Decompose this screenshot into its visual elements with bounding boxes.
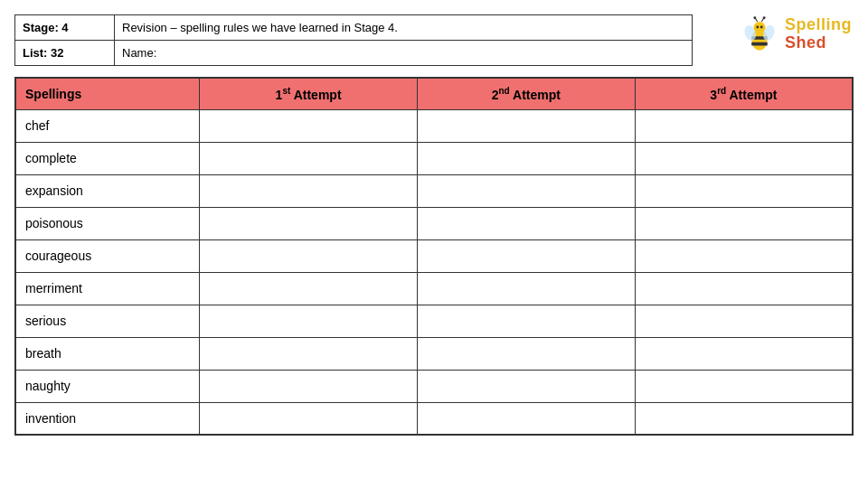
word-cell: expansion xyxy=(15,174,200,207)
name-label: Name: xyxy=(115,41,692,65)
attempt-2-cell[interactable] xyxy=(417,305,635,337)
attempt-3-cell[interactable] xyxy=(635,239,853,272)
attempt-3-cell[interactable] xyxy=(635,207,853,239)
col-header-attempt2: 2nd Attempt xyxy=(417,78,635,109)
word-cell: invention xyxy=(15,402,200,435)
attempt-1-cell[interactable] xyxy=(200,142,418,174)
attempt-2-cell[interactable] xyxy=(417,174,635,207)
word-cell: naughty xyxy=(15,370,200,402)
word-cell: serious xyxy=(15,305,200,337)
spelling-table: Spellings 1st Attempt 2nd Attempt 3rd At… xyxy=(14,77,854,436)
attempt-3-cell[interactable] xyxy=(635,109,853,142)
logo-shed: Shed xyxy=(785,34,852,52)
svg-point-9 xyxy=(763,16,766,19)
header-info: Stage: 4 Revision – spelling rules we ha… xyxy=(14,14,693,66)
table-row: complete xyxy=(15,142,853,174)
table-row: invention xyxy=(15,402,853,435)
svg-point-7 xyxy=(753,16,756,19)
word-cell: chef xyxy=(15,109,200,142)
attempt-3-cell[interactable] xyxy=(635,142,853,174)
table-header-row: Spellings 1st Attempt 2nd Attempt 3rd At… xyxy=(15,78,853,109)
attempt-1-cell[interactable] xyxy=(200,370,418,402)
word-cell: merriment xyxy=(15,272,200,305)
attempt-1-cell[interactable] xyxy=(200,109,418,142)
revision-text: Revision – spelling rules we have learne… xyxy=(115,15,692,40)
header-area: Stage: 4 Revision – spelling rules we ha… xyxy=(14,14,854,66)
attempt-3-cell[interactable] xyxy=(635,272,853,305)
attempt-3-cell[interactable] xyxy=(635,337,853,370)
attempt-1-cell[interactable] xyxy=(200,337,418,370)
word-cell: courageous xyxy=(15,239,200,272)
attempt-3-cell[interactable] xyxy=(635,370,853,402)
svg-point-4 xyxy=(756,25,759,28)
attempt-1-cell[interactable] xyxy=(200,207,418,239)
col-header-spellings: Spellings xyxy=(15,78,200,109)
attempt-2-cell[interactable] xyxy=(417,109,635,142)
svg-point-5 xyxy=(760,25,763,28)
col-header-attempt1: 1st Attempt xyxy=(200,78,418,109)
col-header-attempt3: 3rd Attempt xyxy=(635,78,853,109)
attempt-3-cell[interactable] xyxy=(635,174,853,207)
attempt-2-cell[interactable] xyxy=(417,337,635,370)
logo-text: Spelling Shed xyxy=(785,16,852,52)
word-cell: complete xyxy=(15,142,200,174)
table-row: expansion xyxy=(15,174,853,207)
attempt-2-cell[interactable] xyxy=(417,370,635,402)
attempt-2-cell[interactable] xyxy=(417,239,635,272)
bee-icon xyxy=(740,14,779,54)
page-wrapper: Stage: 4 Revision – spelling rules we ha… xyxy=(14,14,854,436)
table-row: naughty xyxy=(15,370,853,402)
logo-container: Spelling Shed xyxy=(740,14,852,54)
table-row: serious xyxy=(15,305,853,337)
table-row: merriment xyxy=(15,272,853,305)
logo-area: Spelling Shed xyxy=(727,14,854,54)
list-label: List: 32 xyxy=(15,41,115,65)
attempt-1-cell[interactable] xyxy=(200,272,418,305)
table-row: poisonous xyxy=(15,207,853,239)
attempt-2-cell[interactable] xyxy=(417,402,635,435)
stage-label: Stage: 4 xyxy=(15,15,115,40)
word-cell: poisonous xyxy=(15,207,200,239)
header-row-list: List: 32 Name: xyxy=(15,41,692,65)
attempt-2-cell[interactable] xyxy=(417,207,635,239)
word-cell: breath xyxy=(15,337,200,370)
attempt-1-cell[interactable] xyxy=(200,305,418,337)
svg-rect-2 xyxy=(751,42,768,46)
attempt-3-cell[interactable] xyxy=(635,305,853,337)
table-row: courageous xyxy=(15,239,853,272)
attempt-1-cell[interactable] xyxy=(200,239,418,272)
attempt-2-cell[interactable] xyxy=(417,142,635,174)
attempt-3-cell[interactable] xyxy=(635,402,853,435)
logo-spelling: Spelling xyxy=(785,16,852,34)
attempt-2-cell[interactable] xyxy=(417,272,635,305)
table-row: breath xyxy=(15,337,853,370)
attempt-1-cell[interactable] xyxy=(200,174,418,207)
attempt-1-cell[interactable] xyxy=(200,402,418,435)
table-row: chef xyxy=(15,109,853,142)
header-row-stage: Stage: 4 Revision – spelling rules we ha… xyxy=(15,15,692,41)
